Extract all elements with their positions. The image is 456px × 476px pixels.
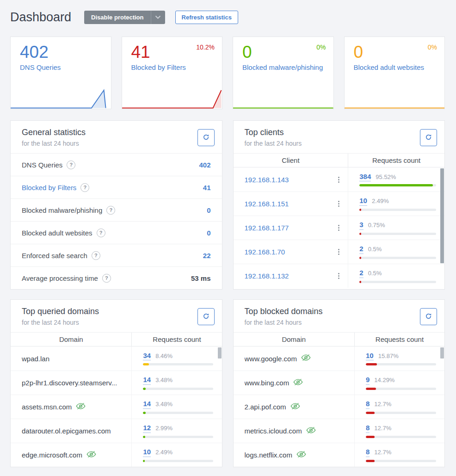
eye-off-tracker-icon[interactable] xyxy=(86,451,96,460)
requests-bar xyxy=(143,388,145,390)
requests-bar xyxy=(143,363,149,365)
kebab-menu-icon[interactable] xyxy=(335,174,342,185)
client-ip-link[interactable]: 192.168.1.143 xyxy=(245,176,289,184)
requests-percent: 12.7% xyxy=(374,401,391,408)
requests-count: 14 xyxy=(143,376,151,385)
eye-off-tracker-icon[interactable] xyxy=(301,354,311,363)
panel-title: Top clients xyxy=(245,128,302,137)
domain-name: p2p-lhr1.discovery.steamserv... xyxy=(22,379,117,387)
chevron-down-icon xyxy=(155,14,161,21)
requests-bar-track xyxy=(366,436,436,438)
requests-bar xyxy=(366,436,375,438)
stat-card-blocked-adult: 0% 0 Blocked adult websites xyxy=(344,37,445,109)
refresh-button[interactable] xyxy=(197,308,215,325)
domain-name: datarouter.ol.epicgames.com xyxy=(22,427,111,435)
stat-row-value: 0 xyxy=(207,229,210,237)
disable-protection-button[interactable]: Disable protection xyxy=(84,11,150,24)
requests-count: 8 xyxy=(366,448,370,457)
stat-card-label: Blocked by Filters xyxy=(131,63,222,71)
domain-row: logs.netflix.com 812.7% xyxy=(234,443,445,467)
eye-off-tracker-icon[interactable] xyxy=(76,402,86,412)
requests-bar-track xyxy=(143,363,213,365)
panel-subtitle: for the last 24 hours xyxy=(22,319,99,326)
requests-count: 2 xyxy=(359,269,363,278)
requests-percent: 2.49% xyxy=(372,198,389,204)
refresh-statistics-button[interactable]: Refresh statistics xyxy=(175,11,238,24)
refresh-button[interactable] xyxy=(420,308,437,325)
client-ip-link[interactable]: 192.168.1.177 xyxy=(245,224,289,232)
topbar: Dashboard Disable protection Refresh sta… xyxy=(0,0,456,25)
requests-bar xyxy=(359,257,361,259)
column-header-requests: Requests count xyxy=(132,333,222,346)
top-queried-domains-panel: Top queried domains for the last 24 hour… xyxy=(10,299,222,467)
eye-off-tracker-icon[interactable] xyxy=(306,427,316,436)
requests-bar-track xyxy=(366,388,436,390)
requests-bar-track xyxy=(359,257,436,259)
kebab-menu-icon[interactable] xyxy=(335,198,342,209)
kebab-menu-icon[interactable] xyxy=(335,247,342,257)
requests-count: 3 xyxy=(359,221,363,230)
stat-row-label-link[interactable]: Blocked by Filters xyxy=(22,184,76,192)
help-icon[interactable]: ? xyxy=(102,274,111,283)
panels-row-2: Top queried domains for the last 24 hour… xyxy=(10,299,445,467)
requests-percent: 3.48% xyxy=(155,377,173,383)
eye-off-tracker-icon[interactable] xyxy=(293,378,303,388)
requests-bar-track xyxy=(366,412,436,414)
requests-bar xyxy=(143,436,145,438)
requests-bar xyxy=(143,460,145,462)
stat-row-dns-queries: DNS Queries? 402 xyxy=(11,153,222,176)
sparkline-chart xyxy=(233,88,333,109)
panel-title: Top blocked domains xyxy=(245,307,323,316)
requests-bar xyxy=(359,281,361,283)
vertical-scrollbar[interactable] xyxy=(440,168,444,263)
refresh-icon xyxy=(425,133,432,142)
general-statistics-rows: DNS Queries? 402 Blocked by Filters? 41 … xyxy=(11,153,222,289)
refresh-icon xyxy=(202,312,210,321)
requests-bar-track xyxy=(359,209,436,211)
panel-header: Top blocked domains for the last 24 hour… xyxy=(234,300,445,332)
stat-row-label: Enforced safe search xyxy=(22,252,87,260)
client-ip-link[interactable]: 192.168.1.70 xyxy=(245,248,285,256)
requests-percent: 14.29% xyxy=(374,377,394,383)
domain-name: metrics.icloud.com xyxy=(245,427,302,435)
help-icon[interactable]: ? xyxy=(106,206,115,215)
table-header: Domain Requests count xyxy=(234,332,445,346)
client-ip-link[interactable]: 192.168.1.151 xyxy=(245,200,289,208)
client-row: 192.168.1.177 30.75% xyxy=(234,216,445,240)
stat-row-value: 402 xyxy=(199,161,210,169)
requests-count: 12 xyxy=(143,424,151,433)
vertical-scrollbar[interactable] xyxy=(440,347,444,359)
help-icon[interactable]: ? xyxy=(80,183,89,192)
help-icon[interactable]: ? xyxy=(92,251,100,260)
eye-off-tracker-icon[interactable] xyxy=(290,402,300,412)
domain-row: wpad.lan 348.46% xyxy=(11,346,222,371)
stat-row-value: 53 ms xyxy=(191,274,211,282)
domain-row: p2p-lhr1.discovery.steamserv... 143.48% xyxy=(11,371,222,395)
domain-row: metrics.icloud.com 812.7% xyxy=(234,419,445,443)
eye-off-tracker-icon[interactable] xyxy=(296,451,306,460)
help-icon[interactable]: ? xyxy=(97,229,105,237)
refresh-icon xyxy=(425,312,432,321)
table-body: www.google.com 1015.87% www.bing.com 914… xyxy=(234,346,445,467)
stat-card-label: Blocked adult websites xyxy=(354,63,445,71)
domain-row: 2.api.pof.com 812.7% xyxy=(234,395,445,419)
requests-bar-track xyxy=(359,233,436,235)
refresh-button[interactable] xyxy=(420,129,437,146)
stat-card-label: DNS Queries xyxy=(20,63,111,71)
client-ip-link[interactable]: 192.168.1.132 xyxy=(245,272,289,280)
table-body: wpad.lan 348.46% p2p-lhr1.discovery.stea… xyxy=(11,346,222,467)
stat-card-value: 402 xyxy=(20,43,111,62)
stat-card-blocked-malware: 0% 0 Blocked malware/phishing xyxy=(233,37,334,109)
protection-dropdown-toggle[interactable] xyxy=(151,11,165,24)
requests-bar-track xyxy=(143,412,213,414)
refresh-button[interactable] xyxy=(197,129,215,146)
stat-card-blocked-filters: 10.2% 41 Blocked by Filters xyxy=(122,37,223,109)
stat-card-percent: 0% xyxy=(316,43,326,51)
kebab-menu-icon[interactable] xyxy=(335,271,342,281)
vertical-scrollbar[interactable] xyxy=(218,347,222,359)
stat-card-dns-queries: 402 DNS Queries xyxy=(10,37,111,109)
protection-button-group: Disable protection xyxy=(84,11,165,24)
requests-count: 9 xyxy=(366,376,370,385)
kebab-menu-icon[interactable] xyxy=(335,223,342,233)
help-icon[interactable]: ? xyxy=(67,161,75,169)
